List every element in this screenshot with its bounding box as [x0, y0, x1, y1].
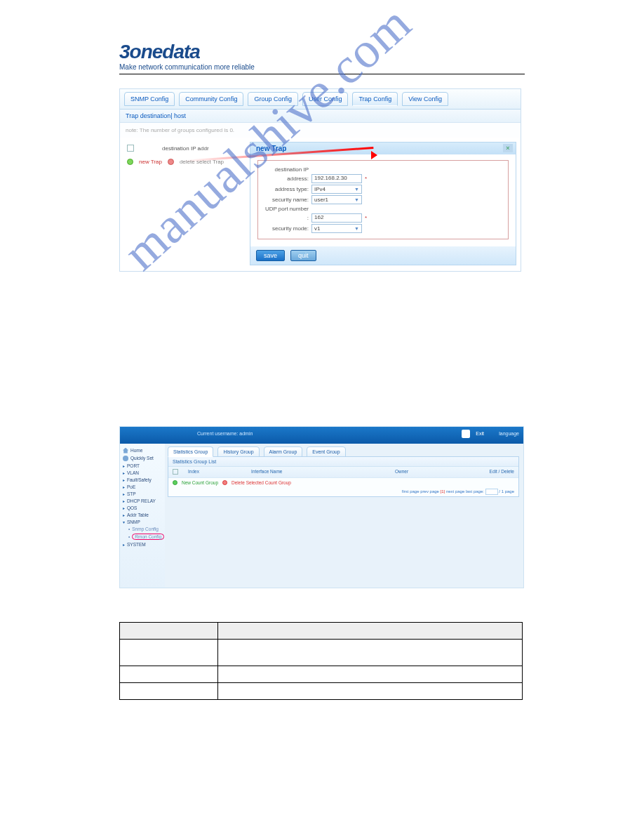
- chevron-down-icon: ▼: [354, 197, 359, 202]
- home-icon: [123, 448, 128, 454]
- pager-total: / 1 page: [499, 489, 514, 494]
- pager-input[interactable]: [485, 489, 498, 495]
- select-all-checkbox[interactable]: [173, 469, 178, 475]
- dest-ip-group-label: destination IP: [261, 166, 311, 173]
- required-star: *: [365, 176, 367, 182]
- definition-table: [119, 622, 523, 700]
- tab-snmp-config[interactable]: SNMP Config: [124, 92, 175, 106]
- caret-right-icon: ▸: [123, 542, 125, 547]
- brand-tagline: Make network communication more reliable: [119, 63, 525, 71]
- tab-statistics-group[interactable]: Statistics Group: [168, 446, 213, 457]
- table-cell: [120, 683, 218, 700]
- caret-right-icon: ▸: [123, 505, 125, 510]
- col-edit: Edit / Delete: [465, 469, 514, 475]
- modal-title: new Trap: [256, 145, 286, 152]
- pager-next[interactable]: next page: [446, 489, 464, 494]
- pager-prev[interactable]: prev page: [420, 489, 439, 494]
- sidebar-item-stp[interactable]: ▸STP: [121, 490, 163, 497]
- tab-community-config[interactable]: Community Config: [179, 92, 243, 106]
- exit-link[interactable]: Exit: [476, 431, 484, 436]
- new-count-group-link[interactable]: New Count Group: [182, 480, 218, 485]
- pager: first page prev page [1] next page last …: [168, 487, 518, 496]
- required-star: *: [365, 215, 367, 221]
- pager-last[interactable]: last page:: [466, 489, 484, 494]
- pager-first[interactable]: first page: [402, 489, 420, 494]
- sidebar-item-vlan[interactable]: ▸VLAN: [121, 469, 163, 476]
- caret-right-icon: ▸: [123, 512, 125, 517]
- top-bar: Current username: admin Exit language: [120, 427, 523, 444]
- col-index: Index: [188, 469, 251, 475]
- screenshot-rmon: Current username: admin Exit language Ho…: [119, 426, 524, 588]
- screenshot-snmp-trap: SNMP Config Community Config Group Confi…: [119, 88, 521, 272]
- security-mode-label: security mode:: [261, 225, 311, 232]
- table-cell: [120, 640, 218, 666]
- brand-logo: 3onedata: [119, 41, 525, 63]
- caret-right-icon: ▸: [123, 463, 125, 468]
- pager-current: [1]: [441, 489, 445, 494]
- tab-trap-config[interactable]: Trap Config: [352, 92, 398, 106]
- address-input[interactable]: 192.168.2.30: [311, 174, 362, 183]
- tab-group-config[interactable]: Group Config: [248, 92, 298, 106]
- sidebar-item-fault[interactable]: ▸Fault/Safety: [121, 476, 163, 483]
- select-all-checkbox[interactable]: [127, 145, 134, 152]
- chevron-down-icon: ▼: [354, 226, 359, 231]
- column-headers: Index Interface Name Owner Edit / Delete: [168, 467, 518, 478]
- udp-port-label: UDP port number: [261, 206, 311, 212]
- delete-count-group-link[interactable]: Delete Selected Count Group: [232, 480, 291, 485]
- sidebar-item-quickset[interactable]: Quickly Set: [121, 454, 163, 462]
- sidebar-item-qos[interactable]: ▸QOS: [121, 504, 163, 511]
- quit-button[interactable]: quit: [290, 250, 316, 261]
- save-button[interactable]: save: [256, 250, 285, 261]
- table-cell: [218, 640, 523, 666]
- current-user-label: Current username: admin: [197, 431, 253, 436]
- new-trap-link[interactable]: new Trap: [139, 159, 162, 165]
- col-dest-ip: destination IP addr: [162, 145, 209, 152]
- caret-right-icon: ▸: [123, 477, 125, 482]
- table-header-2: [218, 623, 523, 640]
- sidebar-item-snmp-config[interactable]: •Snmp Config: [121, 525, 163, 532]
- sidebar-item-poe[interactable]: ▸PoE: [121, 483, 163, 490]
- tab-history-group[interactable]: History Group: [217, 446, 259, 457]
- col-owner: Owner: [395, 469, 465, 475]
- udp-colon: :: [261, 215, 311, 221]
- chevron-down-icon: ▼: [354, 187, 359, 192]
- sidebar-item-rmon-config[interactable]: •Rmon Config: [121, 532, 163, 541]
- trap-form: destination IP address: 192.168.2.30 * a…: [257, 160, 509, 239]
- sidebar-item-dhcp[interactable]: ▸DHCP RELAY: [121, 497, 163, 504]
- tab-event-group[interactable]: Event Group: [307, 446, 345, 457]
- tab-bar-rmon: Statistics Group History Group Alarm Gro…: [168, 446, 519, 457]
- address-type-select[interactable]: IPv4▼: [311, 185, 362, 194]
- sidebar-item-port[interactable]: ▸PORT: [121, 462, 163, 469]
- tab-user-config[interactable]: User Config: [302, 92, 349, 106]
- sidebar-item-system[interactable]: ▸SYSTEM: [121, 541, 163, 548]
- security-name-select[interactable]: user1▼: [311, 195, 362, 204]
- security-mode-select[interactable]: v1▼: [311, 224, 362, 233]
- add-icon: [173, 480, 177, 485]
- caret-right-icon: ▸: [123, 470, 125, 475]
- sidebar-item-home[interactable]: Home: [121, 446, 163, 454]
- left-column: destination IP addr new Trap delete sele…: [120, 138, 250, 271]
- table-cell: [120, 666, 218, 683]
- exit-icon[interactable]: [462, 430, 470, 438]
- sidebar-item-snmp[interactable]: ▾SNMP: [121, 518, 163, 525]
- delete-icon: [222, 480, 227, 485]
- sidebar-item-addr[interactable]: ▸Addr Table: [121, 511, 163, 518]
- action-row: New Count Group Delete Selected Count Gr…: [168, 478, 518, 487]
- caret-right-icon: ▸: [123, 484, 125, 489]
- language-link[interactable]: language: [499, 431, 519, 436]
- table-cell: [218, 683, 523, 700]
- panel-title: Statistics Group List: [168, 457, 518, 467]
- tab-alarm-group[interactable]: Alarm Group: [264, 446, 303, 457]
- add-icon: [127, 159, 133, 165]
- caret-right-icon: ▸: [123, 498, 125, 503]
- new-trap-modal: new Trap × destination IP address: 192.1…: [250, 142, 516, 265]
- close-icon[interactable]: ×: [503, 144, 513, 152]
- delete-icon: [168, 159, 174, 165]
- col-interface: Interface Name: [251, 469, 395, 475]
- delete-trap-link[interactable]: delete select Trap: [180, 159, 224, 165]
- table-header-1: [120, 623, 218, 640]
- tab-view-config[interactable]: View Config: [402, 92, 448, 106]
- header-rule: [119, 74, 525, 74]
- udp-port-input[interactable]: 162: [311, 213, 362, 223]
- address-label: address:: [261, 176, 311, 182]
